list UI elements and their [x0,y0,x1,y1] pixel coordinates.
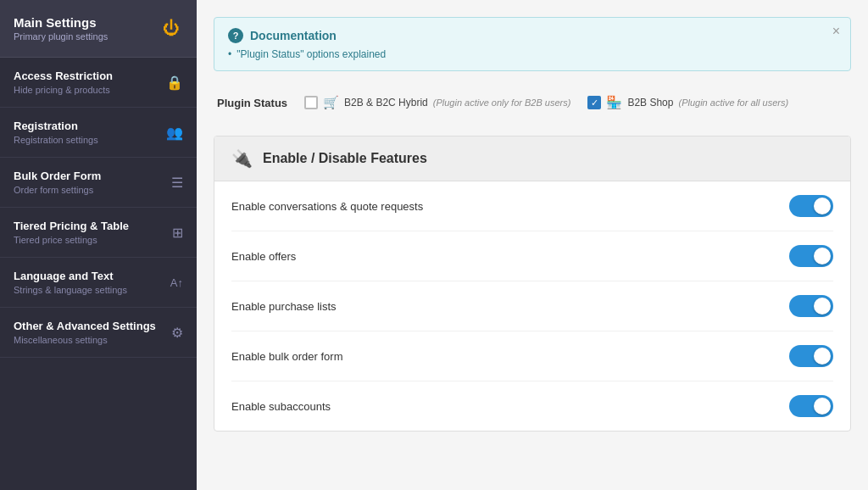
sidebar-item-language-text[interactable]: Language and Text Strings & language set… [0,258,197,308]
plugin-status-label: Plugin Status [217,97,287,109]
b2b-b2c-note: (Plugin active only for B2B users) [433,97,571,108]
power-icon[interactable]: ⏻ [159,17,183,41]
sidebar-subtitle: Primary plugin settings [14,31,108,42]
sidebar-item-subtitle: Registration settings [14,135,98,145]
feature-row-subaccounts: Enable subaccounts [231,381,833,431]
doc-title: Documentation [250,29,337,42]
sidebar-item-subtitle: Tiered price settings [14,235,129,245]
toggle-knob-purchase-lists [814,298,831,315]
toggle-conversations[interactable] [789,195,833,217]
feature-label-offers: Enable offers [231,250,296,263]
close-icon[interactable]: × [832,25,840,38]
question-icon: ? [228,28,243,43]
sidebar-item-tiered-pricing[interactable]: Tiered Pricing & Table Tiered price sett… [0,208,197,258]
features-section: 🔌 Enable / Disable Features Enable conve… [214,136,851,432]
sidebar-title: Main Settings [14,15,108,30]
language-icon: A↑ [170,276,183,289]
sidebar-item-title: Access Restriction [14,70,113,82]
features-body: Enable conversations & quote requests En… [214,181,850,431]
feature-label-subaccounts: Enable subaccounts [231,400,331,413]
sidebar-item-subtitle: Hide pricing & products [14,85,113,95]
toggle-knob-conversations [814,198,831,214]
sidebar-item-subtitle: Order form settings [14,185,101,195]
b2b-shop-note: (Plugin active for all users) [678,97,788,108]
b2b-b2c-checkbox[interactable] [304,96,318,109]
sidebar-item-registration[interactable]: Registration Registration settings 👥 [0,108,197,158]
main-content: ? Documentation "Plugin Status" options … [197,0,868,490]
toggle-knob-offers [814,248,831,264]
features-header: 🔌 Enable / Disable Features [214,136,850,181]
feature-row-offers: Enable offers [231,231,833,281]
toggle-offers[interactable] [789,245,833,267]
doc-banner-title: ? Documentation [228,28,837,43]
sidebar-item-subtitle: Miscellaneous settings [14,335,156,345]
sidebar-item-title: Bulk Order Form [14,170,101,182]
toggle-knob-bulk-order-form [814,348,831,365]
sidebar-header: Main Settings Primary plugin settings ⏻ [0,0,197,58]
feature-label-bulk-order-form: Enable bulk order form [231,350,343,363]
sidebar-item-other-advanced[interactable]: Other & Advanced Settings Miscellaneous … [0,308,197,358]
feature-row-bulk-order-form: Enable bulk order form [231,331,833,381]
sidebar-item-bulk-order-form[interactable]: Bulk Order Form Order form settings ☰ [0,158,197,208]
toggle-knob-subaccounts [814,398,831,415]
b2b-b2c-option[interactable]: 🛒 B2B & B2C Hybrid (Plugin active only f… [304,95,570,110]
plug-icon: 🔌 [231,148,253,169]
feature-row-purchase-lists: Enable purchase lists [231,281,833,331]
b2b-shop-label: B2B Shop [627,97,673,109]
b2b-b2c-icon: 🛒 [323,95,339,110]
feature-row-conversations: Enable conversations & quote requests [231,181,833,231]
b2b-shop-icon: 🏪 [606,95,622,110]
toggle-subaccounts[interactable] [789,395,833,417]
lock-icon: 🔒 [166,75,183,91]
sidebar-item-title: Tiered Pricing & Table [14,220,129,232]
sidebar-item-subtitle: Strings & language settings [14,285,127,295]
sidebar: Main Settings Primary plugin settings ⏻ … [0,0,197,490]
sidebar-item-title: Language and Text [14,270,127,282]
b2b-shop-option[interactable]: ✓ 🏪 B2B Shop (Plugin active for all user… [587,95,788,110]
b2b-b2c-label: B2B & B2C Hybrid [344,97,428,109]
sidebar-item-title: Registration [14,120,98,132]
gear-icon: ⚙ [171,325,183,341]
feature-label-purchase-lists: Enable purchase lists [231,300,337,313]
feature-label-conversations: Enable conversations & quote requests [231,200,423,213]
sidebar-header-text: Main Settings Primary plugin settings [14,15,108,42]
features-header-title: Enable / Disable Features [263,151,427,166]
toggle-purchase-lists[interactable] [789,295,833,317]
table-icon: ⊞ [172,225,183,241]
users-icon: 👥 [166,125,183,141]
list-icon: ☰ [171,175,183,191]
doc-link[interactable]: "Plugin Status" options explained [228,48,837,60]
plugin-status-row: Plugin Status 🛒 B2B & B2C Hybrid (Plugin… [214,88,851,117]
sidebar-item-access-restriction[interactable]: Access Restriction Hide pricing & produc… [0,58,197,108]
toggle-bulk-order-form[interactable] [789,345,833,367]
sidebar-item-title: Other & Advanced Settings [14,320,156,332]
b2b-shop-checkbox[interactable]: ✓ [587,96,601,109]
documentation-banner: ? Documentation "Plugin Status" options … [214,17,851,71]
